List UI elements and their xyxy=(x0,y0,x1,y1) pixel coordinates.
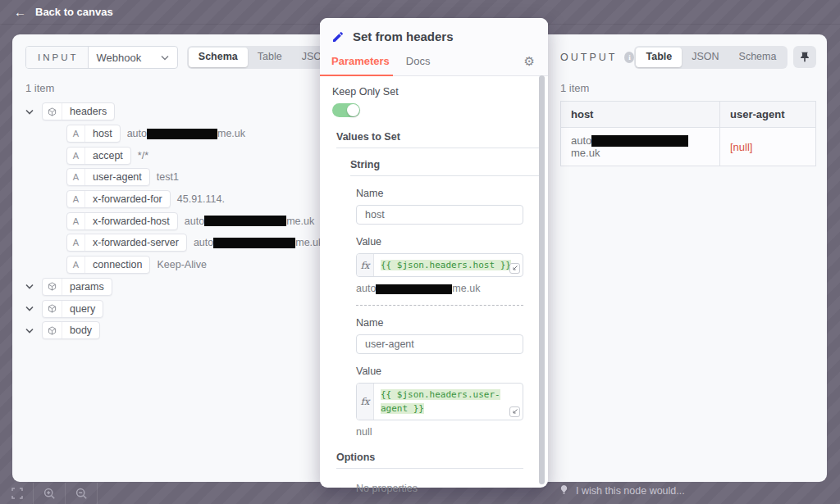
expression-input[interactable]: fx {{ $json.headers.host }} xyxy=(356,253,523,277)
object-icon xyxy=(43,103,62,120)
info-icon[interactable]: i xyxy=(624,52,634,63)
gear-icon[interactable]: ⚙ xyxy=(524,55,535,67)
string-type-icon: A xyxy=(67,169,85,185)
schema-item-x-forwarded-for[interactable]: Ax-forwarded-for 45.91.114. xyxy=(25,188,340,211)
tab-output-schema[interactable]: Schema xyxy=(729,48,787,67)
field-separator xyxy=(356,305,523,306)
object-icon xyxy=(43,301,62,317)
input-schema-tree: headers Ahost autome.uk Aaccept */* Ause… xyxy=(25,101,340,342)
lightbulb-icon xyxy=(559,484,568,497)
chevron-down-icon[interactable] xyxy=(25,306,35,311)
schema-item-connection[interactable]: Aconnection Keep-Alive xyxy=(25,254,340,276)
schema-key: x-forwarded-host xyxy=(85,213,177,229)
name-input[interactable]: host xyxy=(356,205,523,225)
pin-data-button[interactable] xyxy=(793,46,816,68)
node-title[interactable]: Set from headers xyxy=(353,30,454,43)
chevron-down-icon[interactable] xyxy=(25,109,35,115)
string-type-icon: A xyxy=(67,213,85,229)
modal-scrollbar[interactable] xyxy=(539,75,545,484)
schema-item-host[interactable]: Ahost autome.uk xyxy=(25,123,340,145)
redacted-value xyxy=(591,135,688,147)
input-source-value: Webhook xyxy=(97,52,142,64)
tab-parameters[interactable]: Parameters xyxy=(331,55,390,67)
cell-user-agent: [null] xyxy=(720,127,816,166)
schema-value: autome.uk xyxy=(185,216,314,227)
value-label: Value xyxy=(356,366,523,377)
back-arrow-icon[interactable]: ← xyxy=(14,6,26,18)
tab-docs[interactable]: Docs xyxy=(406,55,431,67)
back-to-canvas-link[interactable]: Back to canvas xyxy=(35,6,113,18)
schema-value: autome.uk xyxy=(194,237,323,248)
zoom-to-fit-button[interactable] xyxy=(2,483,34,504)
node-feedback-button[interactable]: I wish this node would... xyxy=(559,484,685,497)
expand-expression-icon[interactable] xyxy=(509,263,520,274)
schema-item-params[interactable]: params xyxy=(25,276,340,298)
column-header-user-agent[interactable]: user-agent xyxy=(720,101,816,127)
schema-key: x-forwarded-server xyxy=(85,234,186,251)
schema-item-x-forwarded-server[interactable]: Ax-forwarded-server autome.uk xyxy=(25,232,340,254)
schema-value: autome.uk xyxy=(127,128,245,139)
schema-key: host xyxy=(85,125,120,142)
modal-tabs: Parameters Docs ⚙ xyxy=(320,43,548,76)
schema-value: */* xyxy=(138,150,148,161)
input-source-select[interactable]: INPUT Webhook xyxy=(25,46,178,69)
output-table: host user-agent autome.uk [null] xyxy=(560,101,816,167)
object-icon xyxy=(43,322,62,338)
expression-text[interactable]: {{ $json.headers.user-agent }} xyxy=(381,389,500,414)
output-table-row[interactable]: autome.uk [null] xyxy=(561,127,816,166)
input-items-count: 1 item xyxy=(25,82,340,94)
schema-item-headers[interactable]: headers xyxy=(25,101,340,123)
tab-output-table[interactable]: Table xyxy=(636,48,682,67)
tab-input-table[interactable]: Table xyxy=(248,48,292,67)
pin-icon xyxy=(800,52,810,62)
schema-item-x-forwarded-host[interactable]: Ax-forwarded-host autome.uk xyxy=(25,210,340,232)
schema-key: headers xyxy=(62,103,114,120)
schema-item-query[interactable]: query xyxy=(25,297,340,320)
expression-input[interactable]: fx {{ $json.headers.user-agent }} xyxy=(356,383,523,420)
output-view-tabs: Table JSON Schema xyxy=(634,46,788,69)
schema-item-user-agent[interactable]: Auser-agent test1 xyxy=(25,166,340,188)
tab-input-schema[interactable]: Schema xyxy=(189,48,248,67)
fx-icon: fx xyxy=(357,254,374,276)
tab-output-json[interactable]: JSON xyxy=(682,48,728,67)
zoom-in-button[interactable] xyxy=(34,483,66,504)
schema-key: user-agent xyxy=(85,169,149,185)
column-header-host[interactable]: host xyxy=(561,101,720,127)
canvas-zoom-controls xyxy=(2,483,98,504)
zoom-to-fit-icon xyxy=(11,488,23,499)
name-label: Name xyxy=(356,188,523,199)
redacted-value xyxy=(147,129,217,139)
name-label: Name xyxy=(356,317,523,329)
expression-text[interactable]: {{ $json.headers.host }} xyxy=(381,260,511,270)
string-type-icon: A xyxy=(67,234,85,251)
cell-host: autome.uk xyxy=(561,127,720,166)
chevron-down-icon[interactable] xyxy=(25,328,35,334)
zoom-out-button[interactable] xyxy=(66,483,98,504)
redacted-value xyxy=(376,284,452,294)
keep-only-set-toggle[interactable] xyxy=(332,103,360,117)
value-label: Value xyxy=(356,236,523,247)
output-items-count: 1 item xyxy=(560,82,816,94)
chevron-down-icon[interactable] xyxy=(25,284,35,289)
string-type-icon: A xyxy=(67,257,85,273)
schema-value: Keep-Alive xyxy=(157,259,206,270)
redacted-value xyxy=(213,238,295,248)
schema-item-accept[interactable]: Aaccept */* xyxy=(25,144,340,166)
options-empty-text: No properties xyxy=(356,483,548,494)
modal-body: Keep Only Set Values to Set String Name … xyxy=(320,76,548,494)
schema-key: query xyxy=(62,301,103,317)
output-panel: OUTPUT i Table JSON Schema 1 item host u… xyxy=(548,34,827,482)
section-values-to-set: Values to Set xyxy=(336,131,541,148)
chevron-down-icon xyxy=(161,55,169,61)
zoom-out-icon xyxy=(75,488,88,500)
name-input[interactable]: user-agent xyxy=(356,334,523,354)
schema-key: x-forwarded-for xyxy=(85,191,170,207)
input-panel: INPUT Webhook Schema Table JSON 1 item h… xyxy=(12,34,340,482)
expand-expression-icon[interactable] xyxy=(509,406,520,417)
zoom-in-icon xyxy=(43,488,56,500)
schema-key: accept xyxy=(85,148,130,164)
output-label: OUTPUT xyxy=(560,52,617,63)
schema-item-body[interactable]: body xyxy=(25,320,340,342)
edit-pencil-icon[interactable] xyxy=(331,30,345,43)
string-type-icon: A xyxy=(67,125,85,142)
